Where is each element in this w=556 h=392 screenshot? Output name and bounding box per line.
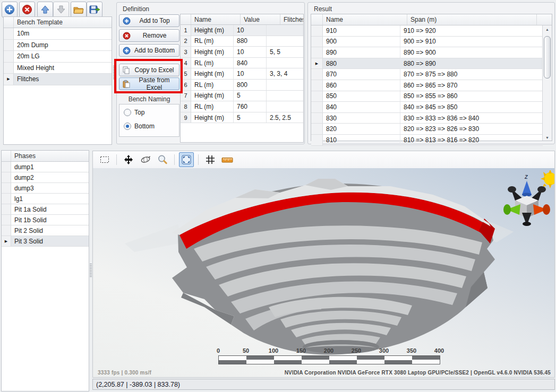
grid-button[interactable] <box>203 152 218 167</box>
table-row[interactable]: 10m <box>4 28 112 40</box>
scroll-down-icon[interactable]: ▼ <box>543 136 552 140</box>
table-row[interactable]: 910910 => 920 <box>311 25 543 37</box>
zoom-fit-button[interactable] <box>179 152 194 167</box>
table-cell[interactable]: 3, 3, 4 <box>267 68 303 79</box>
table-row[interactable]: 1Height (m)10 <box>181 25 303 36</box>
table-row[interactable]: 840840 => 845 => 850 <box>311 102 543 113</box>
result-span-cell[interactable]: 870 => 875 => 880 <box>400 69 543 80</box>
table-cell[interactable]: 760 <box>234 101 267 112</box>
table-row[interactable]: 2RL (m)880 <box>181 36 303 47</box>
scroll-thumb[interactable] <box>544 36 551 79</box>
result-name-cell[interactable]: 820 <box>323 124 400 134</box>
column-header[interactable]: Value <box>241 14 280 24</box>
add-button[interactable] <box>2 2 18 18</box>
table-cell[interactable] <box>267 101 303 112</box>
table-cell[interactable]: 10 <box>234 68 267 79</box>
table-cell[interactable] <box>267 80 303 90</box>
table-row[interactable]: Pit 1a Solid <box>2 204 89 215</box>
remove-row-button[interactable]: Remove <box>119 29 179 42</box>
bench-template-column-header[interactable]: Bench Template <box>14 17 112 28</box>
result-span-cell[interactable]: 860 => 865 => 870 <box>400 80 543 91</box>
table-row[interactable]: dump2 <box>2 172 89 183</box>
table-row[interactable]: ▶Pit 3 Solid <box>2 236 89 247</box>
result-name-cell[interactable]: 870 <box>323 69 400 80</box>
result-span-cell[interactable]: 890 => 900 <box>400 47 543 58</box>
add-to-bottom-button[interactable]: Add to Bottom <box>119 44 179 57</box>
table-cell[interactable]: 10 <box>234 25 267 36</box>
table-row[interactable]: 5Height (m)103, 3, 4 <box>181 68 303 80</box>
table-cell[interactable] <box>267 91 303 101</box>
result-name-cell[interactable]: 850 <box>323 91 400 102</box>
table-row[interactable]: Pit 2 Solid <box>2 225 89 236</box>
table-row[interactable]: 9Height (m)52.5, 2.5 <box>181 112 303 124</box>
table-row[interactable]: 20m LG <box>4 51 112 63</box>
zoom-button[interactable] <box>155 152 170 167</box>
paste-from-excel-button[interactable]: Paste from Excel <box>119 77 179 90</box>
result-name-cell[interactable]: 830 <box>323 113 400 124</box>
table-row[interactable]: Pit 1b Solid <box>2 215 89 225</box>
result-name-cell[interactable]: 910 <box>323 25 400 36</box>
result-span-cell[interactable]: 900 => 910 <box>400 37 543 47</box>
phases-column-header[interactable]: Phases <box>11 151 89 161</box>
table-cell[interactable]: Height (m) <box>191 68 234 79</box>
result-name-cell[interactable]: 840 <box>323 102 400 112</box>
table-cell[interactable]: 840 <box>234 58 267 68</box>
table-cell[interactable]: 800 <box>234 80 267 90</box>
add-to-top-button[interactable]: Add to Top <box>119 14 179 27</box>
result-span-cell[interactable]: 830 => 833 => 836 => 840 <box>400 113 543 124</box>
result-scrollbar[interactable]: ▲ ▼ <box>542 25 552 141</box>
result-name-cell[interactable]: 880 <box>323 58 400 69</box>
table-cell[interactable]: Height (m) <box>191 47 234 57</box>
result-name-cell[interactable]: 900 <box>323 37 400 47</box>
result-name-cell[interactable]: 810 <box>323 135 400 145</box>
table-row[interactable]: 820820 => 823 => 826 => 830 <box>311 124 543 135</box>
table-row[interactable]: 890890 => 900 <box>311 47 543 58</box>
table-row[interactable]: ▶Flitches <box>4 74 112 85</box>
table-row[interactable]: 4RL (m)840 <box>181 58 303 69</box>
result-span-cell[interactable]: 880 => 890 <box>400 58 543 69</box>
table-row[interactable]: 830830 => 833 => 836 => 840 <box>311 113 543 124</box>
table-row[interactable]: 900900 => 910 <box>311 37 543 48</box>
result-span-cell[interactable]: 820 => 823 => 826 => 830 <box>400 124 543 134</box>
table-cell[interactable]: 2.5, 2.5 <box>267 112 303 123</box>
result-span-cell[interactable]: 850 => 855 => 860 <box>400 91 543 102</box>
pan-button[interactable] <box>121 152 136 167</box>
column-header[interactable]: Name <box>191 14 241 24</box>
table-cell[interactable]: 880 <box>234 36 267 47</box>
bottom-splitter[interactable] <box>89 150 92 390</box>
table-row[interactable]: dump3 <box>2 183 89 194</box>
table-row[interactable]: dump1 <box>2 162 89 172</box>
table-cell[interactable]: 5 <box>234 91 267 101</box>
table-cell[interactable]: RL (m) <box>191 58 234 68</box>
table-row[interactable]: lg1 <box>2 194 89 204</box>
column-header[interactable]: Span (m) <box>407 14 537 25</box>
table-row[interactable]: 860860 => 865 => 870 <box>311 80 543 91</box>
save-button[interactable] <box>87 2 102 18</box>
table-cell[interactable]: Height (m) <box>191 112 234 123</box>
remove-button[interactable] <box>19 2 35 18</box>
table-row[interactable]: Mixed Height <box>4 63 112 74</box>
result-name-cell[interactable]: 890 <box>323 47 400 58</box>
table-row[interactable]: 810810 => 813 => 816 => 820 <box>311 135 543 146</box>
naming-top-radio[interactable]: Top <box>124 109 144 116</box>
open-button[interactable] <box>71 2 87 18</box>
move-up-button[interactable] <box>37 2 53 18</box>
table-cell[interactable]: Height (m) <box>191 25 234 36</box>
orientation-gizmo[interactable]: z <box>499 170 554 230</box>
table-row[interactable]: 850850 => 855 => 860 <box>311 91 543 102</box>
viewport-canvas[interactable]: z 050100150200250300350400 3333 fps | 0.… <box>93 168 554 377</box>
table-row[interactable]: 3Height (m)105, 5 <box>181 47 303 58</box>
result-name-cell[interactable]: 860 <box>323 80 400 91</box>
table-cell[interactable] <box>267 36 303 47</box>
column-header[interactable]: Name <box>323 14 407 25</box>
table-row[interactable]: 870870 => 875 => 880 <box>311 69 543 80</box>
marquee-select-button[interactable] <box>97 152 112 167</box>
orbit-button[interactable] <box>138 152 153 167</box>
table-cell[interactable] <box>267 25 303 36</box>
move-down-button[interactable] <box>53 2 69 18</box>
column-header[interactable]: Flitches <box>280 14 303 24</box>
result-span-cell[interactable]: 840 => 845 => 850 <box>400 102 543 112</box>
table-row[interactable]: 8RL (m)760 <box>181 101 303 112</box>
naming-bottom-radio[interactable]: Bottom <box>124 123 155 130</box>
table-cell[interactable]: 5 <box>234 112 267 123</box>
